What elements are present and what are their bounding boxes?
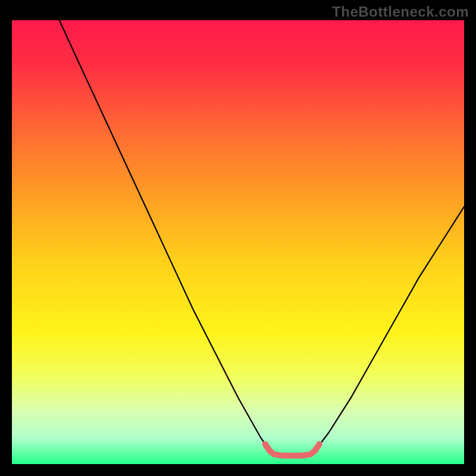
plot-svg bbox=[12, 20, 464, 464]
plot-area bbox=[12, 20, 464, 464]
chart-container: TheBottleneck.com bbox=[0, 0, 476, 476]
watermark-text: TheBottleneck.com bbox=[332, 4, 469, 20]
